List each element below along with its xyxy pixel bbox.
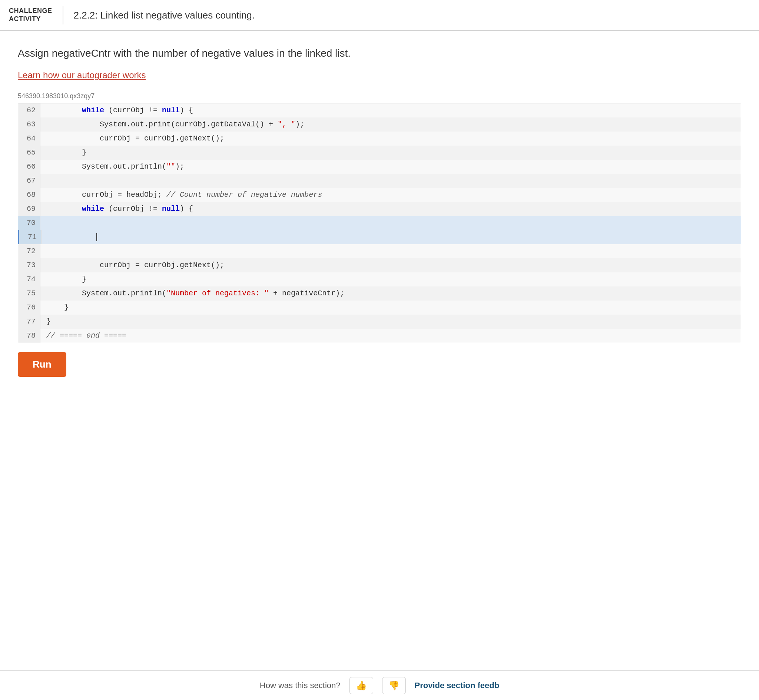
table-row: 68 currObj = headObj; // Count number of… <box>18 188 741 202</box>
line-number: 72 <box>18 244 41 258</box>
line-content[interactable]: } <box>41 272 741 286</box>
table-row: 74 } <box>18 272 741 286</box>
line-number: 63 <box>18 117 41 131</box>
table-row: 78 // ===== end ===== <box>18 329 741 343</box>
line-number: 68 <box>18 188 41 202</box>
line-number: 66 <box>18 160 41 174</box>
line-content[interactable]: System.out.print(currObj.getDataVal() + … <box>41 117 741 131</box>
line-number: 70 <box>18 216 41 230</box>
line-content[interactable]: } <box>41 315 741 329</box>
main-content: Assign negativeCntr with the number of n… <box>0 31 759 377</box>
line-content[interactable] <box>42 230 741 244</box>
table-row: 76 } <box>18 300 741 315</box>
file-id: 546390.1983010.qx3zqy7 <box>18 92 741 100</box>
line-content[interactable]: currObj = headObj; // Count number of ne… <box>41 188 741 202</box>
line-number: 67 <box>18 174 41 188</box>
table-row: 75 System.out.println("Number of negativ… <box>18 286 741 300</box>
line-number: 74 <box>18 272 41 286</box>
line-content[interactable]: } <box>41 145 741 160</box>
header: CHALLENGE ACTIVITY 2.2.2: Linked list ne… <box>0 0 759 31</box>
table-row: 67 <box>18 174 741 188</box>
table-row: 63 System.out.print(currObj.getDataVal()… <box>18 117 741 131</box>
thumbs-up-icon: 👍 <box>356 680 367 691</box>
line-content[interactable]: System.out.println("Number of negatives:… <box>41 286 741 300</box>
line-content[interactable] <box>41 216 741 230</box>
table-row: 69 while (currObj != null) { <box>18 202 741 216</box>
header-divider <box>62 6 63 25</box>
line-number: 77 <box>18 315 41 329</box>
table-row: 65 } <box>18 145 741 160</box>
description-text: Assign negativeCntr with the number of n… <box>18 45 741 61</box>
table-row: 77 } <box>18 315 741 329</box>
table-row: 62 while (currObj != null) { <box>18 103 741 117</box>
table-row: 73 currObj = currObj.getNext(); <box>18 258 741 272</box>
thumbs-down-icon: 👎 <box>388 680 400 691</box>
table-row: 64 currObj = currObj.getNext(); <box>18 131 741 145</box>
line-number: 78 <box>18 329 41 343</box>
footer: How was this section? 👍 👎 Provide sectio… <box>0 670 759 700</box>
line-content[interactable]: System.out.println(""); <box>41 160 741 174</box>
line-content[interactable]: while (currObj != null) { <box>41 103 741 117</box>
table-row: 66 System.out.println(""); <box>18 160 741 174</box>
thumbs-up-button[interactable]: 👍 <box>350 677 373 694</box>
line-number: 73 <box>18 258 41 272</box>
autograder-link[interactable]: Learn how our autograder works <box>18 70 146 80</box>
line-content[interactable] <box>41 244 741 258</box>
table-row: 72 <box>18 244 741 258</box>
line-number: 69 <box>18 202 41 216</box>
line-content[interactable] <box>41 174 741 188</box>
line-number: 62 <box>18 103 41 117</box>
feedback-question: How was this section? <box>260 681 340 691</box>
line-number: 64 <box>18 131 41 145</box>
line-content[interactable]: currObj = currObj.getNext(); <box>41 258 741 272</box>
line-number: 75 <box>18 286 41 300</box>
line-number: 71 <box>19 230 42 244</box>
thumbs-down-button[interactable]: 👎 <box>382 677 406 694</box>
run-button[interactable]: Run <box>18 352 66 377</box>
table-row: 70 <box>18 216 741 230</box>
line-content[interactable]: currObj = currObj.getNext(); <box>41 131 741 145</box>
code-editor[interactable]: 62 while (currObj != null) { 63 System.o… <box>18 103 741 343</box>
line-number: 65 <box>18 145 41 160</box>
challenge-activity-label: CHALLENGE ACTIVITY <box>9 7 52 23</box>
line-number: 76 <box>18 300 41 315</box>
activity-title: 2.2.2: Linked list negative values count… <box>74 9 255 21</box>
line-content[interactable]: while (currObj != null) { <box>41 202 741 216</box>
line-content[interactable]: } <box>41 300 741 315</box>
line-content[interactable]: // ===== end ===== <box>41 329 741 343</box>
provide-feedback-link[interactable]: Provide section feedb <box>415 681 500 691</box>
table-row: 71 <box>18 230 741 244</box>
